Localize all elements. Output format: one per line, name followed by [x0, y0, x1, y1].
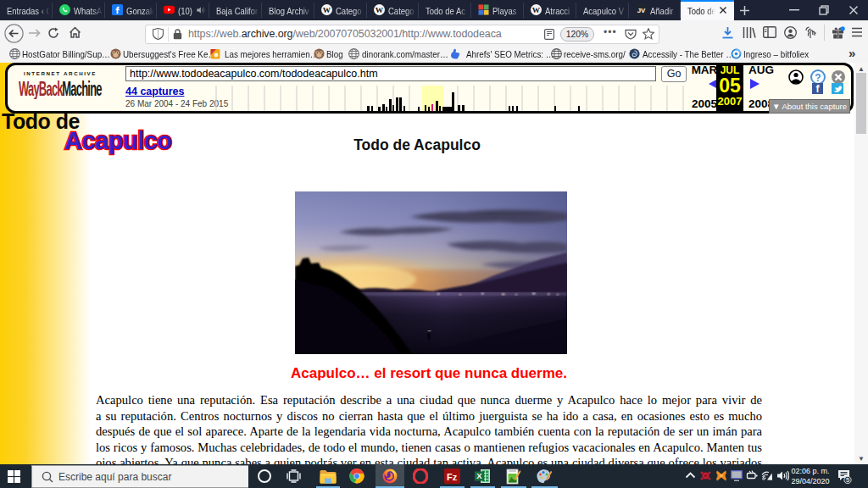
svg-text:X: X [476, 471, 482, 480]
svg-text:W: W [532, 6, 541, 14]
svg-text:WayBack: WayBack [19, 78, 64, 99]
svg-text:5: 5 [846, 476, 849, 484]
svg-text:Fz: Fz [447, 472, 458, 482]
svg-text:JV: JV [637, 7, 645, 14]
svg-text:W: W [375, 6, 383, 14]
svg-text:?: ? [815, 72, 821, 84]
svg-text:Machine: Machine [62, 78, 102, 99]
svg-text:W: W [323, 6, 331, 14]
